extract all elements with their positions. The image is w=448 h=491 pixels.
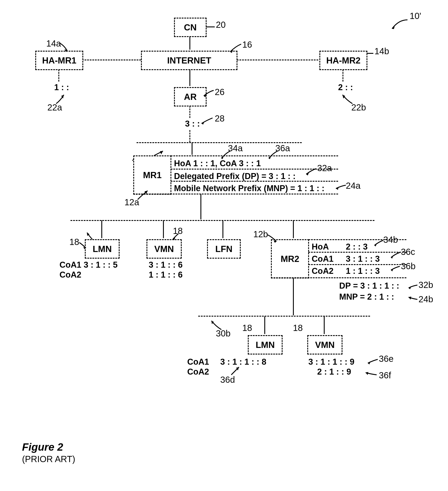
mr2-ref: 12b bbox=[253, 229, 268, 239]
mr2-coa1-val: 3 : 1 : : 3 bbox=[346, 254, 380, 264]
mr1-dp: Delegated Prefix (DP) = 3 : 1 : : bbox=[174, 171, 296, 181]
mr2-hoa-ref: 34b bbox=[383, 235, 398, 245]
bus1-vmn-coa2: 1 : 1 : : 6 bbox=[149, 270, 183, 280]
ar-prefix-ref: 28 bbox=[215, 113, 225, 123]
bus2-vmn-box: VMN bbox=[307, 335, 342, 355]
mr2-dp-ref: 32b bbox=[419, 280, 433, 290]
ha-mr2-ref: 14b bbox=[375, 46, 389, 56]
internet-box: INTERNET bbox=[141, 51, 238, 70]
system-label: 10' bbox=[410, 11, 421, 21]
ha-mr2-box: HA-MR2 bbox=[319, 51, 367, 70]
mr2-coa1-ref: 36c bbox=[401, 247, 415, 257]
ar-label: AR bbox=[184, 92, 197, 102]
bus1-lmn-label: LMN bbox=[93, 244, 112, 254]
bus2-vmn-coa2: 2 : 1 : : 9 bbox=[317, 367, 351, 377]
mr2-mnp: MNP = 2 : 1 : : bbox=[339, 292, 394, 302]
bus2-lmn-coa1-lbl: CoA1 bbox=[187, 357, 209, 367]
arrow-10prime bbox=[390, 18, 410, 31]
mr2-dp: DP = 3 : 1 : 1 : : bbox=[339, 281, 399, 291]
ha-mr2-prefix: 2 : : bbox=[338, 83, 353, 92]
ha-mr2-prefix-ref: 22b bbox=[351, 103, 366, 113]
mr1-label: MR1 bbox=[143, 170, 161, 180]
bus2-36e: 36e bbox=[379, 354, 393, 364]
ha-mr1-label: HA-MR1 bbox=[42, 56, 76, 66]
bus1-lmn-box: LMN bbox=[85, 239, 119, 259]
mr1-mnp-ref: 24a bbox=[346, 181, 361, 191]
mr2-box: MR2 bbox=[271, 239, 309, 278]
internet-ref: 16 bbox=[242, 40, 252, 50]
bus2-vmn-label: VMN bbox=[315, 340, 335, 350]
bus1-lmn-coa1: CoA1 3 : 1 : : 5 bbox=[59, 260, 118, 270]
bus2-lmn-coa2-lbl: CoA2 bbox=[187, 367, 209, 377]
figure-title: Figure 2 bbox=[22, 441, 63, 453]
ar-box: AR bbox=[174, 87, 207, 106]
mr1-mnp: Mobile Network Prefix (MNP) = 1 : 1 : : bbox=[174, 184, 324, 193]
ha-mr1-prefix: 1 : : bbox=[54, 83, 69, 92]
mr2-hoa-lbl: HoA bbox=[312, 242, 329, 252]
bus1-lmn-coa2: CoA2 bbox=[59, 270, 81, 280]
mr2-mnp-ref: 24b bbox=[419, 294, 433, 304]
mr2-label: MR2 bbox=[281, 254, 299, 264]
mr1-dp-ref: 32a bbox=[317, 163, 332, 173]
mr1-hoa: HoA 1 : : 1, CoA 3 : : 1 bbox=[174, 159, 261, 168]
bus2-lmn-ref: 18 bbox=[242, 323, 252, 333]
ar-ref: 26 bbox=[215, 87, 225, 97]
mr2-coa2-lbl: CoA2 bbox=[312, 266, 333, 276]
mr2-hoa-val: 2 : : 3 bbox=[346, 242, 368, 252]
mr2-coa2-ref: 36b bbox=[401, 261, 416, 271]
bus2-36d: 36d bbox=[220, 375, 235, 385]
mr2-coa2-val: 1 : 1 : : 3 bbox=[346, 266, 380, 276]
bus2-lmn-label: LMN bbox=[256, 340, 275, 350]
bus1-vmn-coa1: 3 : 1 : : 6 bbox=[149, 260, 183, 270]
ha-mr1-box: HA-MR1 bbox=[35, 51, 83, 70]
bus1-lfn-label: LFN bbox=[215, 244, 233, 254]
bus2-vmn-ref: 18 bbox=[293, 323, 303, 333]
mr2-coa1-lbl: CoA1 bbox=[312, 254, 333, 264]
bus2-lmn-box: LMN bbox=[248, 335, 283, 355]
bus1-lfn-box: LFN bbox=[207, 239, 241, 259]
bus1-vmn-label: VMN bbox=[154, 244, 174, 254]
bus2-vmn-coa1: 3 : 1 : 1 : : 9 bbox=[308, 357, 354, 367]
bus1-lmn-ref: 18 bbox=[69, 237, 79, 247]
internet-label: INTERNET bbox=[167, 56, 211, 66]
bus2-36f: 36f bbox=[379, 370, 391, 380]
cn-ref: 20 bbox=[216, 20, 226, 30]
diagram-canvas: 10' CN 20 INTERNET 16 HA-MR1 14a 1 : : 2… bbox=[9, 9, 439, 482]
bus1-vmn-box: VMN bbox=[146, 239, 182, 259]
ha-mr2-label: HA-MR2 bbox=[326, 56, 361, 66]
mr1-box: MR1 bbox=[133, 155, 171, 195]
ar-prefix: 3 : : bbox=[185, 119, 200, 129]
bus2-lmn-coa1: 3 : 1 : 1 : : 8 bbox=[220, 357, 266, 367]
cn-box: CN bbox=[174, 18, 207, 37]
figure-subtitle: (PRIOR ART) bbox=[22, 454, 75, 464]
cn-label: CN bbox=[184, 22, 197, 32]
